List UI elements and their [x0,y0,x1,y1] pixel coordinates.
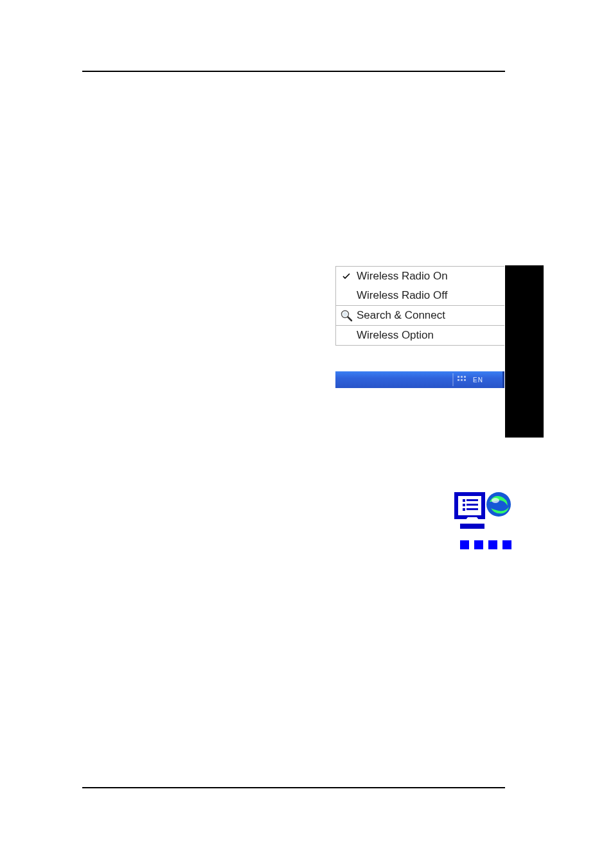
svg-rect-14 [474,540,483,549]
svg-rect-7 [466,504,478,506]
menu-section-search: Search & Connect [336,306,504,326]
menu-item-radio-off[interactable]: Wireless Radio Off [336,286,504,305]
taskbar-grid-icon [458,376,466,384]
menu-item-radio-on[interactable]: Wireless Radio On [336,267,504,286]
svg-rect-8 [466,508,478,510]
menu-section-option: Wireless Option [336,326,504,345]
globe-icon [486,492,511,517]
checkmark-icon [340,272,353,280]
taskbar-separator [452,373,454,386]
svg-rect-3 [463,499,465,502]
activity-dots-icon [460,540,511,549]
language-indicator[interactable]: EN [473,376,483,384]
magnifier-icon [340,309,353,322]
wireless-context-menu: Wireless Radio On Wireless Radio Off Sea… [335,266,504,346]
monitor-icon [456,494,484,529]
menu-item-label: Wireless Option [357,329,434,342]
svg-rect-6 [466,499,478,501]
menu-item-label: Wireless Radio On [357,270,448,283]
svg-rect-16 [502,540,511,549]
thumb-index-tab [505,265,544,438]
menu-item-label: Wireless Radio Off [357,289,447,302]
header-rule [82,71,505,72]
network-globe-icon [451,490,515,554]
svg-rect-5 [463,508,465,511]
svg-rect-9 [460,524,484,529]
svg-rect-4 [463,504,465,506]
svg-point-1 [343,312,348,317]
menu-item-search-connect[interactable]: Search & Connect [336,306,504,325]
document-page: Wireless Radio On Wireless Radio Off Sea… [0,0,613,868]
menu-item-label: Search & Connect [357,309,445,322]
svg-rect-13 [460,540,469,549]
svg-point-12 [492,498,499,503]
taskbar: EN [335,371,504,388]
menu-section-radio: Wireless Radio On Wireless Radio Off [336,267,504,306]
footer-rule [82,787,505,788]
menu-item-wireless-option[interactable]: Wireless Option [336,326,504,345]
svg-rect-15 [488,540,497,549]
